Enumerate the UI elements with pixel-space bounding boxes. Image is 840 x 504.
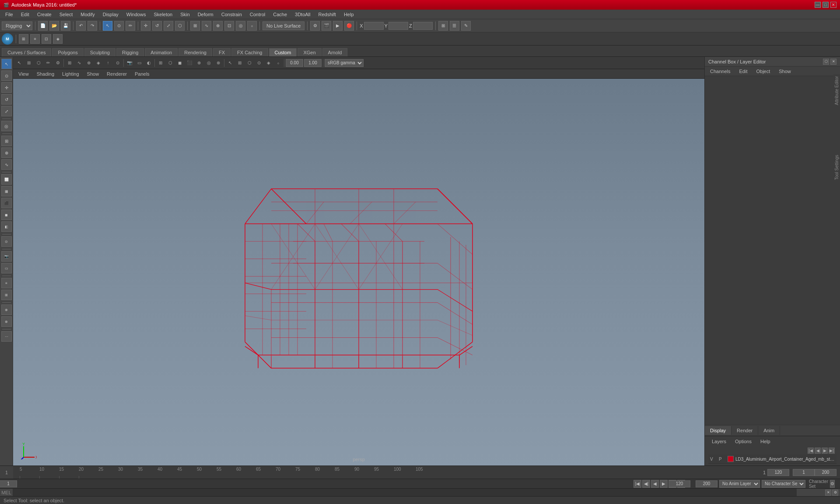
- vp-soft-select[interactable]: ⬡: [34, 59, 43, 67]
- resolution-gate[interactable]: ▭: [1, 263, 12, 273]
- menu-skin[interactable]: Skin: [177, 11, 193, 18]
- tab-curves-surfaces[interactable]: Curves / Surfaces: [2, 48, 51, 56]
- playback-settings-button[interactable]: ⚙: [830, 480, 835, 488]
- misc-tool-2[interactable]: ⊗: [1, 316, 12, 327]
- channel-tab-channels[interactable]: Channels: [707, 68, 734, 75]
- vp-paint-select[interactable]: ✏: [44, 59, 52, 67]
- menu-file[interactable]: File: [2, 11, 17, 18]
- lasso-select-button[interactable]: ⊙: [114, 21, 124, 31]
- viewport-canvas[interactable]: X Y Z persp: [13, 79, 704, 466]
- anim-layer-select[interactable]: No Anim Layer: [719, 480, 760, 488]
- vp-render-2[interactable]: ⬡: [166, 59, 175, 67]
- move-tool-button[interactable]: ✛: [141, 21, 150, 31]
- gamma-select[interactable]: sRGB gamma: [325, 59, 364, 67]
- camera-settings[interactable]: 📷: [1, 251, 12, 262]
- undo-button[interactable]: ↶: [76, 21, 86, 31]
- close-button[interactable]: ✕: [830, 2, 836, 8]
- vp-menu-panels[interactable]: Panels: [131, 70, 153, 77]
- vp-normal-snap[interactable]: ↑: [104, 59, 112, 67]
- vp-render-6[interactable]: ◎: [204, 59, 213, 67]
- layer-tab-help[interactable]: Help: [757, 438, 774, 445]
- display-mode-4[interactable]: ◼: [1, 210, 12, 220]
- new-file-button[interactable]: 📄: [38, 21, 48, 31]
- channel-box-toggle[interactable]: ⊞: [438, 21, 448, 31]
- vp-render-1[interactable]: ⊞: [156, 59, 165, 67]
- channel-tab-object[interactable]: Object: [752, 68, 774, 75]
- render-sequence-button[interactable]: ▶: [333, 21, 343, 31]
- snap-grid-button[interactable]: ⊞: [190, 21, 200, 31]
- channel-tab-show[interactable]: Show: [775, 68, 794, 75]
- vp-point-snap[interactable]: ⊕: [84, 59, 93, 67]
- tab-fx-caching[interactable]: FX Caching: [231, 48, 268, 56]
- vp-component-mode[interactable]: ⊞: [24, 59, 33, 67]
- mel-command-input[interactable]: [13, 489, 796, 496]
- tab-arnold[interactable]: Arnold: [322, 48, 348, 56]
- panel-tab-anim[interactable]: Anim: [758, 426, 780, 435]
- vp-tool-settings[interactable]: ⚙: [53, 59, 62, 67]
- tab-custom[interactable]: Custom: [269, 48, 297, 56]
- vp-float-input-1[interactable]: [286, 59, 303, 67]
- tab-animation[interactable]: Animation: [145, 48, 178, 56]
- vp-menu-shading[interactable]: Shading: [33, 70, 58, 77]
- menu-help[interactable]: Help: [340, 11, 357, 18]
- menu-constrain[interactable]: Constrain: [218, 11, 245, 18]
- tab-xgen[interactable]: XGen: [298, 48, 321, 56]
- save-file-button[interactable]: 💾: [61, 21, 70, 31]
- anim-layer-btn[interactable]: ≡: [1, 278, 12, 288]
- menu-skeleton[interactable]: Skeleton: [150, 11, 176, 18]
- ipr-render-button[interactable]: 🔴: [344, 21, 354, 31]
- vp-camera[interactable]: 📷: [125, 59, 134, 67]
- play-back-button[interactable]: ◀: [651, 480, 659, 488]
- menu-3dtoa[interactable]: 3DtoAll: [291, 11, 314, 18]
- scale-tool-left[interactable]: ⤢: [1, 106, 12, 116]
- current-frame-input[interactable]: [0, 480, 17, 487]
- x-value-input[interactable]: [364, 22, 384, 30]
- snap-tool-3[interactable]: ∿: [1, 159, 12, 170]
- rotate-tool-button[interactable]: ↺: [152, 21, 162, 31]
- layer-editor-btn[interactable]: ⊞: [1, 290, 12, 300]
- timeline-range-end-input[interactable]: [815, 469, 836, 476]
- layer-nav-first[interactable]: |◀: [808, 448, 814, 454]
- workspace-btn-4[interactable]: ◈: [53, 34, 63, 44]
- maximize-button[interactable]: □: [822, 2, 829, 8]
- y-value-input[interactable]: [388, 22, 408, 30]
- menu-redshift[interactable]: Redshift: [315, 11, 340, 18]
- workspace-btn-2[interactable]: ≡: [30, 34, 40, 44]
- panel-tab-render[interactable]: Render: [732, 426, 758, 435]
- layer-nav-last[interactable]: ▶|: [829, 448, 835, 454]
- layer-tab-layers[interactable]: Layers: [708, 438, 730, 445]
- play-forward-button[interactable]: ▶: [660, 480, 668, 488]
- tab-fx[interactable]: FX: [213, 48, 231, 56]
- open-file-button[interactable]: 📂: [49, 21, 59, 31]
- tab-sculpting[interactable]: Sculpting: [84, 48, 116, 56]
- vp-menu-show[interactable]: Show: [84, 70, 103, 77]
- redo-button[interactable]: ↷: [88, 21, 97, 31]
- vp-pivot-5[interactable]: ◈: [264, 59, 273, 67]
- menu-control[interactable]: Control: [246, 11, 269, 18]
- vp-render-5[interactable]: ⊕: [195, 59, 203, 67]
- layer-item[interactable]: V P LD3_Aluminium_Airport_Container_Aged…: [708, 455, 836, 464]
- select-mode-button[interactable]: ↖: [1, 59, 12, 69]
- channel-box-close[interactable]: ✕: [830, 59, 836, 65]
- display-mode-1[interactable]: ⬜: [1, 174, 12, 185]
- channel-tab-edit[interactable]: Edit: [735, 68, 751, 75]
- timeline-range-start-input[interactable]: [793, 469, 815, 476]
- menu-create[interactable]: Create: [34, 11, 55, 18]
- vp-pivot-2[interactable]: ⊞: [235, 59, 244, 67]
- mel-options-button[interactable]: ⚙: [832, 490, 838, 496]
- playback-end-input[interactable]: [668, 480, 690, 487]
- layer-tab-options[interactable]: Options: [732, 438, 755, 445]
- panel-tab-display[interactable]: Display: [705, 426, 732, 435]
- menu-modify[interactable]: Modify: [77, 11, 98, 18]
- layer-nav-next[interactable]: ▶: [822, 448, 828, 454]
- vp-menu-lighting[interactable]: Lighting: [59, 70, 83, 77]
- vp-select-object[interactable]: ↖: [15, 59, 24, 67]
- vp-grid-snap[interactable]: ⊞: [65, 59, 74, 67]
- misc-tool-3[interactable]: ⋯: [1, 331, 12, 342]
- soft-mod-button[interactable]: ◎: [1, 121, 12, 131]
- vp-pivot-3[interactable]: ⬡: [245, 59, 254, 67]
- tab-polygons[interactable]: Polygons: [52, 48, 83, 56]
- rotate-tool-left[interactable]: ↺: [1, 94, 12, 105]
- snap-view-button[interactable]: ⊡: [224, 21, 234, 31]
- scale-tool-button[interactable]: ⤢: [164, 21, 173, 31]
